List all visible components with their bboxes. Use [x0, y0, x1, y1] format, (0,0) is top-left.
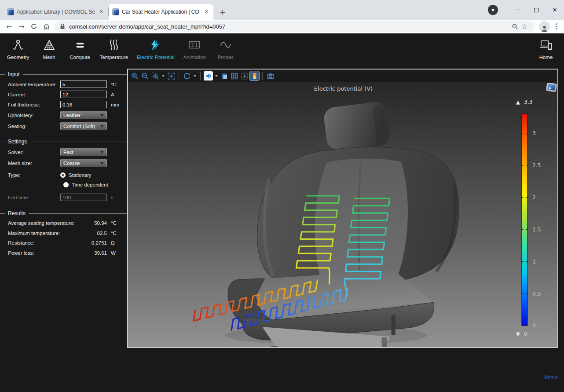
zoom-extents-button[interactable] [166, 71, 176, 81]
home-button[interactable] [40, 21, 52, 32]
url-text[interactable]: comsol.com/server-demo/app/car_seat_heat… [69, 23, 510, 30]
minimize-icon [516, 10, 520, 11]
toolbar-separator [262, 72, 263, 80]
scene-light-button-active[interactable] [204, 71, 213, 81]
grid-icon [231, 72, 238, 80]
plot-canvas: Electric potential (V) [128, 82, 557, 347]
plot-title: Electric potential (V) [314, 85, 373, 92]
close-window-button[interactable]: ✕ [546, 3, 564, 18]
tab-application-library[interactable]: Application Library | COMSOL Se ✕ [4, 4, 108, 20]
color-legend-button-active[interactable] [250, 71, 259, 81]
tab-close-icon[interactable]: ✕ [203, 8, 210, 15]
zoom-box-button[interactable] [150, 71, 160, 81]
tab-title: Application Library | COMSOL Se [17, 9, 95, 15]
snapshot-button[interactable] [266, 71, 275, 81]
solver-row: Solver: Fast [0, 147, 127, 158]
seating-dropdown[interactable]: Comfort (Soft) [60, 122, 107, 130]
reset-view-button[interactable] [182, 71, 191, 81]
section-title: Settings [8, 139, 27, 145]
app-content: Input Ambient temperature: °C Current: A… [0, 65, 564, 348]
browser-menu-button[interactable] [553, 23, 560, 29]
person-icon [541, 25, 548, 32]
equals-icon [73, 38, 87, 51]
mesh-size-row: Mesh size: Coarse [0, 158, 127, 169]
scene-light-menu-caret[interactable] [214, 71, 219, 81]
app-ribbon: Geometry Mesh Compute Temperature [0, 33, 564, 65]
back-button[interactable]: ← [4, 21, 15, 32]
settings-section-header: Settings [0, 139, 127, 145]
ribbon-label: Temperature [100, 55, 128, 60]
browser-menu-chevron-icon[interactable]: ▼ [488, 5, 498, 15]
chevron-down-icon [215, 75, 218, 78]
ribbon-animation-button[interactable]: Animation [179, 33, 210, 65]
new-tab-button[interactable]: + [217, 6, 228, 18]
reset-view-menu-caret[interactable] [192, 71, 197, 81]
mesh-size-dropdown[interactable]: Coarse [60, 159, 107, 167]
dropdown-value: Fast [63, 150, 73, 155]
tab-close-icon[interactable]: ✕ [98, 8, 105, 15]
result-unit: °C [111, 231, 121, 236]
zoom-indicator-icon[interactable] [510, 22, 520, 31]
axis-orientation-button[interactable] [240, 71, 249, 81]
car-seat-3d-view[interactable]: Electric potential (V) [128, 82, 557, 347]
magnifier-minus-icon [512, 23, 518, 30]
zoom-out-button[interactable] [140, 71, 150, 81]
field-label: Current: [8, 92, 60, 97]
tab-car-seat-heater[interactable]: Car Seat Heater Application | CO ✕ [109, 4, 213, 20]
chevron-down-icon [194, 75, 196, 78]
chevron-down-icon [100, 162, 104, 166]
result-unit: Ω [111, 240, 121, 245]
address-bar[interactable]: comsol.com/server-demo/app/car_seat_heat… [55, 21, 535, 32]
radio-label: Stationary [69, 172, 92, 178]
min-marker-icon: ▼ [516, 331, 520, 337]
about-link[interactable]: About [544, 374, 558, 381]
zoom-box-menu-caret[interactable] [161, 71, 165, 81]
bookmark-star-icon[interactable]: ☆ [520, 22, 529, 31]
refresh-button[interactable] [28, 21, 40, 32]
solver-dropdown[interactable]: Fast [60, 148, 107, 156]
foil-thickness-input[interactable] [60, 101, 107, 108]
zoom-out-icon [141, 72, 149, 80]
section-rule [23, 74, 127, 75]
maximize-button[interactable] [527, 3, 546, 18]
profile-avatar[interactable] [539, 21, 550, 32]
section-rule [30, 142, 127, 142]
svg-text:2: 2 [532, 194, 536, 201]
dropdown-value: Coarse [63, 161, 80, 166]
ribbon-temperature-button[interactable]: Temperature [95, 33, 133, 65]
ambient-temperature-input[interactable] [60, 81, 107, 88]
minimize-button[interactable] [509, 3, 527, 18]
ambient-temperature-row: Ambient temperature: °C [0, 79, 127, 89]
section-rule [29, 213, 127, 214]
result-value: 82.5 [87, 231, 107, 236]
results-section-header: Results [0, 210, 127, 216]
color-legend-icon [251, 72, 258, 80]
field-label: Solver: [8, 150, 60, 155]
svg-text:3: 3 [532, 130, 536, 136]
ribbon-compute-button[interactable]: Compute [65, 33, 95, 65]
zoom-extents-icon [167, 72, 175, 80]
max-marker-icon: ▲ [516, 99, 520, 105]
ribbon-mesh-button[interactable]: Mesh [34, 33, 65, 65]
graphics-window: Electric potential (V) [127, 69, 558, 348]
ribbon-home-button[interactable]: Home [531, 33, 561, 65]
current-input[interactable] [60, 91, 107, 98]
comsol-logo [546, 82, 557, 92]
grid-button[interactable] [230, 71, 239, 81]
svg-text:2.5: 2.5 [532, 162, 541, 169]
stationary-radio[interactable] [60, 172, 66, 178]
forward-button[interactable]: → [16, 21, 27, 32]
input-section-header: Input [0, 71, 127, 77]
field-label: Upholstery: [8, 113, 60, 118]
ribbon-geometry-button[interactable]: Geometry [3, 33, 34, 65]
result-unit: W [111, 250, 121, 256]
transparency-button[interactable] [220, 71, 229, 81]
upholstery-dropdown[interactable]: Leather [60, 111, 107, 119]
result-value: 39.61 [87, 250, 107, 256]
zoom-in-button[interactable] [130, 71, 139, 81]
time-dependent-radio[interactable] [63, 182, 69, 187]
ribbon-probes-button[interactable]: Probes [210, 33, 241, 65]
tab-title: Car Seat Heater Application | CO [122, 9, 200, 15]
ribbon-electric-potential-button[interactable]: Electric Potential [132, 33, 179, 65]
ribbon-label: Animation [183, 55, 206, 60]
